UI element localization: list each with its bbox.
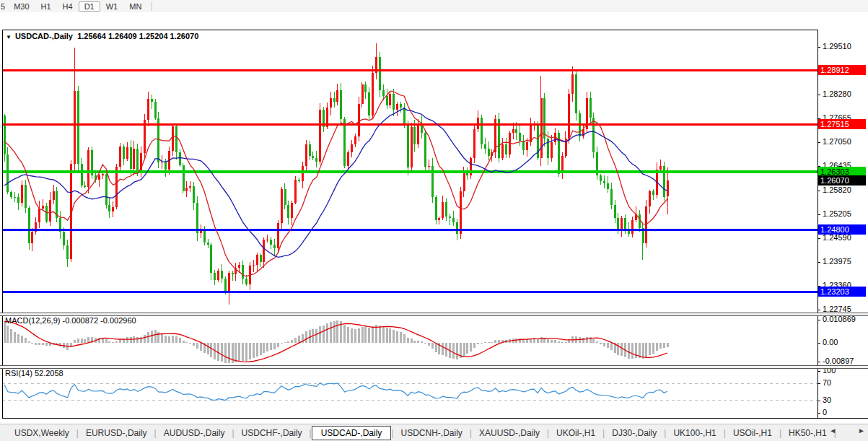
price-tick-dash bbox=[817, 191, 820, 191]
price-tick-label: 1.27050 bbox=[823, 137, 851, 146]
rsi-axis-label: 30 bbox=[823, 396, 831, 404]
chart-symbol-title: USDCAD-,Daily bbox=[15, 32, 73, 40]
price-tick-dash bbox=[817, 95, 820, 95]
price-tick-dash bbox=[817, 310, 820, 310]
chart-ohlc-values: 1.25664 1.26409 1.25204 1.26070 bbox=[77, 32, 198, 40]
chart-title-bar: ▼USDCAD-,Daily 1.25664 1.26409 1.25204 1… bbox=[6, 32, 198, 40]
tab-usdchf-daily[interactable]: USDCHF-,Daily bbox=[234, 427, 310, 440]
price-badge: 1.24800 bbox=[818, 224, 866, 235]
rsi-axis-label: 70 bbox=[823, 378, 831, 387]
tab-uk100-h1[interactable]: UK100-,H1 bbox=[666, 427, 723, 440]
macd-axis-label: 0.00 bbox=[823, 338, 838, 346]
price-badge: 1.23203 bbox=[818, 287, 866, 297]
price-badge: 1.26070 bbox=[818, 175, 866, 185]
rsi-tick-dash bbox=[817, 401, 820, 401]
tab-usoil-h1[interactable]: USOil-,H1 bbox=[726, 427, 779, 440]
timeframe-button-w1[interactable]: W1 bbox=[100, 1, 124, 12]
timeframe-button-h4[interactable]: H4 bbox=[57, 1, 79, 12]
price-badge: 1.28912 bbox=[818, 65, 866, 75]
pane-left-border bbox=[2, 30, 3, 419]
rsi-tick-dash bbox=[817, 413, 820, 414]
price-tick-label: 1.28280 bbox=[823, 89, 851, 98]
macd-axis-label: -0.00897 bbox=[823, 357, 854, 365]
rsi-pane[interactable] bbox=[2, 368, 817, 419]
price-tick-dash bbox=[817, 238, 820, 239]
macd-tick-dash bbox=[817, 343, 820, 344]
chart-window[interactable]: ▼USDCAD-,Daily 1.25664 1.26409 1.25204 1… bbox=[0, 12, 868, 424]
pane-top-border bbox=[2, 30, 817, 30]
toolbar-separator bbox=[152, 1, 152, 11]
rsi-bottom-border bbox=[2, 418, 868, 419]
tab-dj30-daily[interactable]: DJ30-,Daily bbox=[605, 427, 664, 440]
rsi-tick-dash bbox=[817, 371, 820, 372]
ma-slow-line bbox=[4, 108, 667, 257]
price-chart-pane[interactable] bbox=[2, 30, 817, 313]
chart-dropdown-icon[interactable]: ▼ bbox=[6, 34, 12, 40]
timeframe-button-m30[interactable]: M30 bbox=[8, 1, 35, 12]
timeframe-button-5[interactable]: 5 bbox=[0, 1, 8, 12]
macd-tick-dash bbox=[817, 320, 820, 320]
timeframe-button-mn[interactable]: MN bbox=[123, 1, 147, 12]
rsi-label: RSI(14) 52.2058 bbox=[5, 369, 63, 377]
tab-eurusd-daily[interactable]: EURUSD-,Daily bbox=[79, 427, 154, 440]
macd-tick-dash bbox=[817, 362, 820, 362]
price-tick-label: 1.23975 bbox=[823, 257, 851, 266]
macd-signal-line bbox=[4, 321, 667, 362]
rsi-line bbox=[4, 383, 667, 400]
macd-label: MACD(12,26,9) -0.000872 -0.002960 bbox=[5, 316, 136, 325]
tabs-scroll-left-button[interactable]: ◄ bbox=[829, 427, 836, 435]
trading-platform-screen: 5M30H1H4D1W1MN ▼USDCAD-,Daily 1.25664 1.… bbox=[0, 0, 868, 441]
tab-usdx-weekly[interactable]: USDX,Weekly bbox=[7, 427, 76, 440]
price-tick-label: 1.29510 bbox=[823, 42, 851, 51]
tab-ukoil-h1[interactable]: UKOil-,H1 bbox=[549, 427, 602, 440]
symbol-tab-bar: USDX,Weekly|EURUSD-,Daily|AUDUSD-,Daily|… bbox=[0, 424, 868, 441]
price-badge: 1.27515 bbox=[818, 119, 866, 129]
macd-histogram bbox=[4, 320, 669, 364]
price-tick-label: 1.25205 bbox=[823, 209, 851, 218]
macd-rsi-divider[interactable] bbox=[0, 365, 868, 369]
price-tick-dash bbox=[817, 142, 820, 143]
ma-fast-line bbox=[4, 91, 667, 276]
tab-scroll-arrows: ◄ ► bbox=[829, 427, 865, 435]
price-tick-dash bbox=[817, 47, 820, 48]
tab-xauusd-daily[interactable]: XAUUSD-,Daily bbox=[472, 427, 547, 440]
price-tick-dash bbox=[817, 262, 820, 263]
rsi-axis-label: 0 bbox=[823, 408, 827, 416]
tabs-scroll-right-button[interactable]: ► bbox=[858, 427, 865, 435]
timeframe-button-h1[interactable]: H1 bbox=[35, 1, 57, 12]
tab-usdcad-daily[interactable]: USDCAD-,Daily bbox=[312, 426, 392, 440]
price-tick-label: 1.25820 bbox=[823, 185, 851, 194]
candles-layer bbox=[4, 43, 669, 304]
level-lines-layer bbox=[2, 69, 817, 293]
tab-audusd-daily[interactable]: AUDUSD-,Daily bbox=[157, 427, 232, 440]
price-tick-dash bbox=[817, 214, 820, 215]
tab-hk50-h1[interactable]: HK50-,H1 bbox=[781, 427, 834, 440]
rsi-tick-dash bbox=[817, 383, 820, 384]
tab-usdcnh-daily[interactable]: USDCNH-,Daily bbox=[393, 427, 469, 440]
timeframe-button-d1[interactable]: D1 bbox=[79, 1, 100, 12]
